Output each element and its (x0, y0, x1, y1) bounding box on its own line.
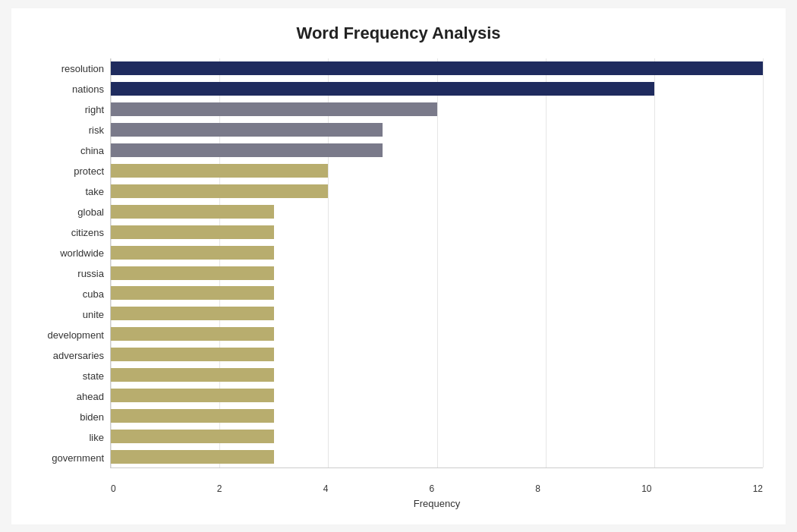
x-tick-label: 6 (429, 483, 434, 494)
y-label: cuba (83, 289, 104, 299)
y-label: resolution (61, 64, 104, 74)
bar-row (111, 324, 763, 345)
x-tick-label: 4 (323, 483, 329, 494)
bar-row (111, 119, 763, 140)
bar (111, 164, 328, 178)
x-axis: 024681012 (111, 483, 763, 494)
bar-row (111, 406, 763, 427)
chart-container: Word Frequency Analysis resolutionnation… (11, 8, 786, 524)
bar-row (111, 427, 763, 447)
y-label: development (48, 330, 104, 340)
bar-row (111, 99, 763, 119)
bar-row (111, 78, 763, 99)
y-label: russia (77, 269, 104, 279)
y-label: nations (72, 84, 104, 94)
bar (111, 327, 274, 341)
bar (111, 205, 274, 219)
bar (111, 286, 274, 300)
bar (111, 102, 437, 116)
bar (111, 389, 274, 402)
y-label: right (85, 105, 104, 115)
bar (111, 409, 274, 423)
bar-row (111, 386, 763, 406)
bar-row (111, 140, 763, 160)
bar-row (111, 263, 763, 283)
bar-row (111, 201, 763, 222)
bar (111, 246, 274, 260)
y-label: unite (83, 310, 104, 320)
bar (111, 143, 383, 157)
plot-area: 024681012 Frequency (110, 58, 763, 468)
y-label: take (85, 187, 104, 197)
bar (111, 266, 274, 280)
y-label: biden (80, 412, 104, 422)
grid-line (763, 58, 764, 467)
y-axis: resolutionnationsrightriskchinaprotectta… (34, 58, 110, 468)
bar-row (111, 304, 763, 324)
y-label: global (77, 207, 104, 217)
bar-row (111, 222, 763, 242)
x-tick-label: 8 (535, 483, 540, 494)
bar (111, 225, 274, 239)
x-tick-label: 12 (753, 483, 763, 494)
bar-row (111, 447, 763, 467)
y-label: state (83, 371, 104, 381)
x-tick-label: 10 (641, 483, 651, 494)
y-label: protect (74, 166, 104, 176)
y-label: citizens (71, 228, 104, 238)
bar-row (111, 160, 763, 181)
bar (111, 368, 274, 382)
bar (111, 123, 383, 137)
bar (111, 348, 274, 361)
bar (111, 184, 328, 198)
bar-row (111, 283, 763, 304)
bar (111, 82, 654, 96)
chart-area: resolutionnationsrightriskchinaprotectta… (34, 58, 763, 468)
bar (111, 61, 763, 75)
chart-title: Word Frequency Analysis (34, 24, 763, 43)
y-label: risk (89, 125, 104, 135)
bar-row (111, 365, 763, 386)
y-label: adversaries (53, 351, 104, 360)
bar-row (111, 181, 763, 201)
bar-row (111, 58, 763, 79)
y-label: like (89, 433, 104, 442)
bar (111, 307, 274, 320)
y-label: worldwide (60, 248, 104, 258)
bar-row (111, 242, 763, 263)
bar-row (111, 345, 763, 365)
y-label: ahead (77, 392, 104, 401)
bar (111, 450, 274, 464)
bar (111, 430, 274, 443)
x-tick-label: 2 (217, 483, 222, 494)
y-label: government (52, 453, 104, 463)
y-label: china (80, 146, 104, 156)
x-axis-title: Frequency (111, 498, 763, 509)
x-tick-label: 0 (111, 483, 116, 494)
